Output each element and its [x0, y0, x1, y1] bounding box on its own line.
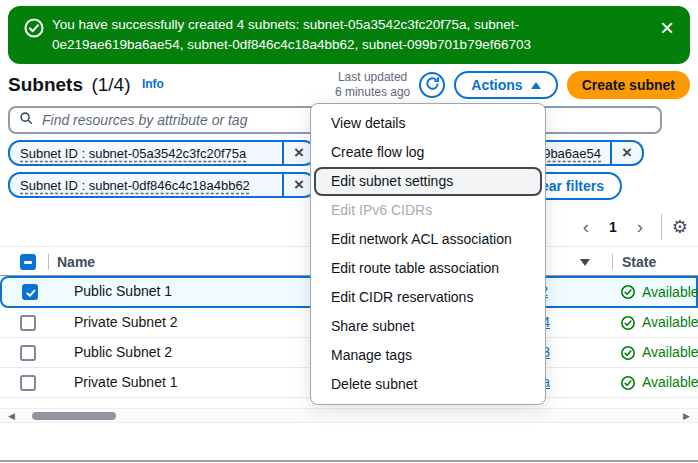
state-cell: Available: [620, 368, 698, 397]
filter-token-label[interactable]: Subnet ID : subnet-05a3542c3fc20f75a: [10, 146, 255, 161]
subnet-name: Public Subnet 2: [74, 338, 172, 367]
row-checkbox[interactable]: [20, 345, 36, 361]
state-label: Available: [642, 368, 698, 397]
actions-menu: View detailsCreate flow logEdit subnet s…: [310, 103, 546, 405]
gear-icon[interactable]: ⚙: [672, 216, 688, 238]
row-checkbox[interactable]: [22, 284, 38, 300]
refresh-icon: [425, 76, 440, 95]
last-updated-label: Last updated: [335, 70, 410, 85]
filter-token: Subnet ID : subnet-05a3542c3fc20f75a ×: [8, 140, 316, 166]
state-cell: Available: [620, 338, 698, 367]
state-cell: Available: [620, 308, 698, 337]
sort-descending-icon[interactable]: [580, 259, 590, 266]
column-header-name[interactable]: Name: [57, 247, 95, 277]
next-page-icon[interactable]: ›: [629, 216, 651, 238]
menu-item-edit-subnet-settings[interactable]: Edit subnet settings: [314, 167, 542, 196]
menu-item-manage-tags[interactable]: Manage tags: [311, 341, 545, 370]
status-available-icon: [620, 315, 636, 331]
select-all-checkbox[interactable]: [20, 254, 36, 270]
subnet-name: Private Subnet 2: [74, 308, 178, 337]
scrollbar-thumb[interactable]: [32, 412, 116, 420]
page-title: Subnets (1/4) Info: [8, 74, 164, 96]
state-cell: Available: [620, 278, 698, 306]
chevron-up-icon: [531, 82, 541, 89]
scroll-right-icon[interactable]: ▶: [683, 410, 690, 422]
create-subnet-button[interactable]: Create subnet: [567, 71, 690, 99]
page-title-text: Subnets: [8, 74, 83, 95]
state-label: Available: [642, 308, 698, 337]
column-divider: [612, 254, 613, 270]
banner-message: You have successfully created 4 subnets:…: [52, 15, 597, 55]
row-checkbox[interactable]: [20, 315, 36, 331]
menu-item-edit-cidr-reservations[interactable]: Edit CIDR reservations: [311, 283, 545, 312]
last-updated: Last updated 6 minutes ago: [335, 70, 410, 100]
success-check-icon: [23, 17, 45, 43]
menu-item-view-details[interactable]: View details: [311, 109, 545, 138]
menu-item-create-flow-log[interactable]: Create flow log: [311, 138, 545, 167]
row-checkbox[interactable]: [20, 375, 36, 391]
success-banner: You have successfully created 4 subnets:…: [8, 6, 690, 64]
menu-item-edit-route-table-association[interactable]: Edit route table association: [311, 254, 545, 283]
close-icon[interactable]: ×: [660, 16, 674, 40]
resource-count: (1/4): [91, 74, 130, 95]
filter-token: Subnet ID : subnet-0df846c4c18a4bb62 ×: [8, 172, 316, 198]
previous-page-icon[interactable]: ‹: [575, 216, 597, 238]
menu-item-edit-network-acl-association[interactable]: Edit network ACL association: [311, 225, 545, 254]
actions-button-label: Actions: [471, 77, 522, 93]
status-available-icon: [620, 284, 636, 300]
horizontal-scrollbar[interactable]: ◀ ▶: [0, 408, 698, 423]
menu-item-edit-ipv6-cidrs: Edit IPv6 CIDRs: [311, 196, 545, 225]
scroll-left-icon[interactable]: ◀: [8, 410, 15, 422]
filter-token-label[interactable]: Subnet ID : subnet-0df846c4c18a4bb62: [10, 178, 259, 193]
refresh-button[interactable]: [419, 72, 445, 98]
menu-item-share-subnet[interactable]: Share subnet: [311, 312, 545, 341]
menu-item-delete-subnet[interactable]: Delete subnet: [311, 370, 545, 399]
create-subnet-label: Create subnet: [582, 77, 675, 93]
state-label: Available: [642, 338, 698, 367]
status-available-icon: [620, 345, 636, 361]
panel-divider: [0, 460, 698, 462]
last-updated-value: 6 minutes ago: [335, 85, 410, 100]
search-icon: [19, 111, 33, 129]
info-link[interactable]: Info: [142, 77, 164, 91]
actions-button[interactable]: Actions: [454, 71, 557, 99]
state-label: Available: [642, 279, 698, 306]
column-divider: [48, 254, 49, 270]
subnet-name: Public Subnet 1: [74, 278, 172, 305]
pagination: ‹ 1 › ⚙: [575, 212, 688, 242]
header-toolbar: Last updated 6 minutes ago Actions Creat…: [335, 70, 690, 100]
subnet-name: Private Subnet 1: [74, 368, 178, 397]
status-available-icon: [620, 375, 636, 391]
divider: [661, 214, 662, 240]
subnets-page: You have successfully created 4 subnets:…: [0, 0, 698, 463]
dismiss-token-icon[interactable]: ×: [610, 142, 642, 164]
current-page[interactable]: 1: [602, 219, 624, 235]
column-header-state[interactable]: State: [622, 247, 656, 277]
